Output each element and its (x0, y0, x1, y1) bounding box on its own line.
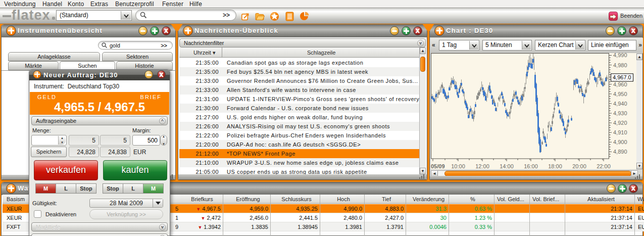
svg-text:16:00: 16:00 (524, 163, 538, 169)
svg-text:4,950: 4,950 (613, 91, 627, 97)
svg-text:22:00: 22:00 (597, 163, 611, 169)
svg-text:4,900: 4,900 (613, 139, 627, 145)
svg-text:4,890: 4,890 (613, 149, 627, 155)
svg-text:4,930: 4,930 (613, 110, 627, 116)
svg-text:4,960: 4,960 (613, 81, 627, 87)
svg-text:4,910: 4,910 (613, 129, 627, 135)
svg-text:05/09: 05/09 (431, 163, 445, 169)
svg-text:14:00: 14:00 (500, 163, 514, 169)
svg-text:4,967.0: 4,967.0 (613, 74, 631, 80)
svg-text:4,940: 4,940 (613, 101, 627, 107)
svg-text:12:00: 12:00 (475, 163, 489, 169)
svg-text:4,920: 4,920 (613, 120, 627, 126)
svg-text:10:00: 10:00 (451, 163, 465, 169)
svg-text:20:00: 20:00 (572, 163, 586, 169)
svg-text:4,990: 4,990 (613, 53, 627, 58)
svg-text:18:00: 18:00 (548, 163, 562, 169)
svg-text:4,980: 4,980 (613, 62, 627, 68)
